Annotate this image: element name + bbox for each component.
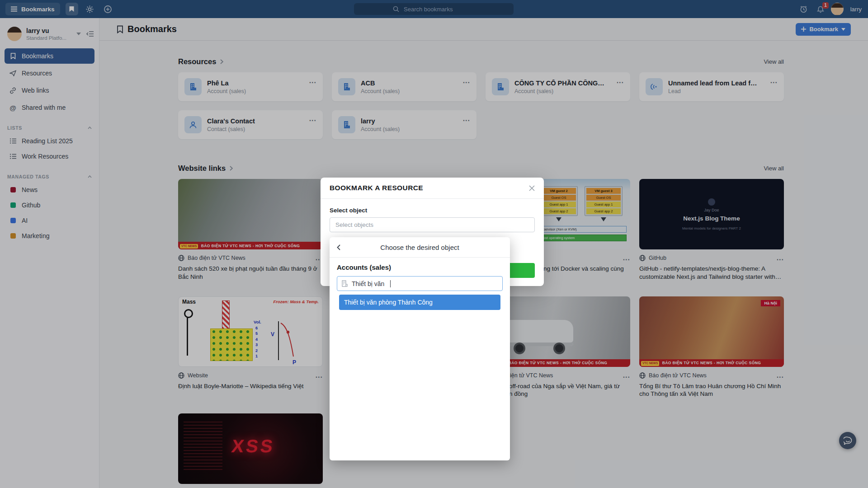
close-icon[interactable] <box>529 185 535 191</box>
modal-title: BOOKMARK A RESOURCE <box>330 184 423 192</box>
panel-title: Choose the desired object <box>380 244 459 251</box>
app-window: Bookmarks <box>0 0 868 488</box>
text-cursor <box>390 280 391 287</box>
search-query-text: Thiết bị văn <box>352 280 384 287</box>
object-picker-panel: Choose the desired object Accounts (sale… <box>330 237 510 460</box>
accounts-group-title: Accounts (sales) <box>337 263 503 271</box>
back-chevron-icon[interactable] <box>337 244 340 250</box>
dropdown-option-selected[interactable]: Thiết bị văn phòng Thành Công <box>339 295 500 310</box>
select-objects-input[interactable] <box>330 217 535 232</box>
object-search-input[interactable]: Thiết bị văn <box>337 276 503 291</box>
building-icon <box>342 280 348 287</box>
select-object-label: Select object <box>330 207 535 214</box>
